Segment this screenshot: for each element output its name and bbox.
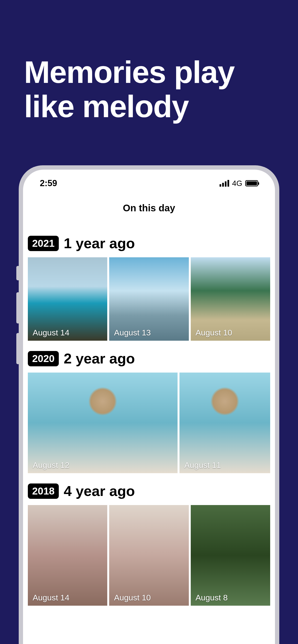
- photo-date: August 12: [33, 460, 69, 470]
- photo-card[interactable]: August 12: [28, 372, 178, 473]
- photo-card[interactable]: August 11: [180, 372, 270, 473]
- marketing-headline: Memories play like melody: [0, 0, 298, 124]
- photo-image: [180, 372, 270, 473]
- status-bar: 2:59 4G: [23, 170, 275, 191]
- phone-side-button: [16, 292, 19, 324]
- section-header: 2020 2 year ago: [28, 341, 270, 372]
- photo-date: August 13: [114, 328, 151, 337]
- ago-label: 2 year ago: [64, 350, 135, 367]
- photo-date: August 14: [33, 328, 69, 337]
- photo-card[interactable]: August 10: [109, 505, 189, 606]
- phone-frame: 2:59 4G On this day 2021 1 year ago: [19, 165, 279, 644]
- signal-icon: [220, 180, 229, 187]
- photo-row: August 14 August 13 August 10: [28, 257, 270, 341]
- photo-card[interactable]: August 14: [28, 505, 107, 606]
- photo-date: August 10: [114, 593, 151, 602]
- photo-row: August 12 August 11: [28, 372, 270, 473]
- section-header: 2018 4 year ago: [28, 473, 270, 505]
- photo-image: [28, 505, 107, 606]
- ago-label: 1 year ago: [64, 235, 135, 252]
- status-network: 4G: [232, 179, 242, 188]
- photo-date: August 8: [196, 593, 228, 602]
- photo-card[interactable]: August 13: [109, 257, 189, 341]
- memories-content[interactable]: 2021 1 year ago August 14 August 13 Augu…: [23, 226, 275, 606]
- photo-card[interactable]: August 14: [28, 257, 107, 341]
- year-badge: 2018: [28, 484, 59, 499]
- page-title: On this day: [23, 191, 275, 226]
- photo-image: [191, 505, 270, 606]
- year-badge: 2020: [28, 351, 59, 366]
- photo-date: August 14: [33, 593, 69, 602]
- photo-image: [28, 372, 178, 473]
- photo-image: [109, 505, 189, 606]
- year-badge: 2021: [28, 236, 59, 251]
- status-right: 4G: [220, 179, 258, 188]
- photo-card[interactable]: August 10: [191, 257, 270, 341]
- photo-date: August 11: [184, 460, 221, 470]
- photo-card[interactable]: August 8: [191, 505, 270, 606]
- photo-row: August 14 August 10 August 8: [28, 505, 270, 606]
- photo-date: August 10: [196, 328, 232, 337]
- status-time: 2:59: [40, 178, 57, 188]
- battery-icon: [245, 180, 258, 186]
- ago-label: 4 year ago: [64, 483, 135, 499]
- phone-screen: 2:59 4G On this day 2021 1 year ago: [23, 170, 275, 644]
- phone-side-button: [16, 266, 19, 280]
- phone-side-button: [16, 333, 19, 364]
- section-header: 2021 1 year ago: [28, 226, 270, 257]
